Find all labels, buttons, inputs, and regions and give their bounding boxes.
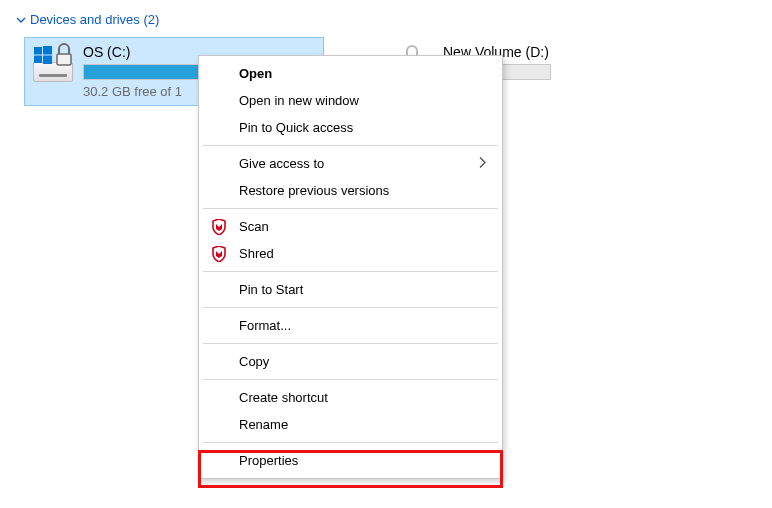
svg-rect-3 (43, 56, 52, 65)
windows-logo-icon (34, 46, 52, 64)
mcafee-icon (211, 246, 227, 262)
section-title: Devices and drives (2) (30, 12, 159, 27)
ctx-restore-previous-versions[interactable]: Restore previous versions (201, 177, 500, 204)
svg-rect-0 (34, 47, 42, 55)
ctx-open[interactable]: Open (201, 60, 500, 87)
separator (203, 379, 498, 380)
svg-rect-2 (34, 56, 42, 64)
ctx-copy[interactable]: Copy (201, 348, 500, 375)
ctx-pin-quick-access[interactable]: Pin to Quick access (201, 114, 500, 141)
devices-and-drives-header[interactable]: Devices and drives (2) (0, 0, 772, 33)
context-menu: Open Open in new window Pin to Quick acc… (198, 55, 503, 479)
ctx-pin-to-start[interactable]: Pin to Start (201, 276, 500, 303)
separator (203, 307, 498, 308)
separator (203, 145, 498, 146)
svg-rect-1 (43, 46, 52, 55)
separator (203, 208, 498, 209)
ctx-give-access-to[interactable]: Give access to (201, 150, 500, 177)
separator (203, 271, 498, 272)
drive-icon (33, 44, 73, 84)
ctx-create-shortcut[interactable]: Create shortcut (201, 384, 500, 411)
mcafee-icon (211, 219, 227, 235)
chevron-down-icon (16, 15, 26, 25)
svg-rect-4 (57, 54, 71, 65)
ctx-shred[interactable]: Shred (201, 240, 500, 267)
separator (203, 442, 498, 443)
ctx-rename[interactable]: Rename (201, 411, 500, 438)
lock-icon (53, 42, 75, 68)
chevron-right-icon (478, 156, 486, 171)
separator (203, 343, 498, 344)
ctx-format[interactable]: Format... (201, 312, 500, 339)
ctx-open-new-window[interactable]: Open in new window (201, 87, 500, 114)
ctx-properties[interactable]: Properties (201, 447, 500, 474)
ctx-scan[interactable]: Scan (201, 213, 500, 240)
